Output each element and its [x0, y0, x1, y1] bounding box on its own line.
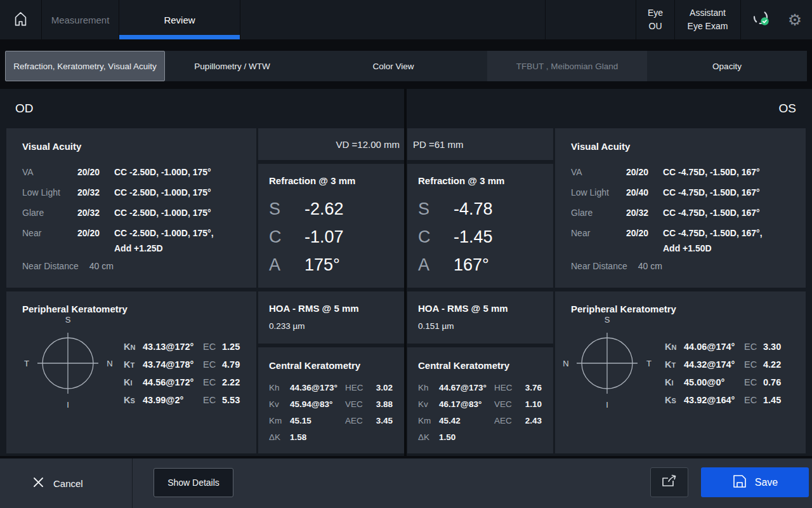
os-orientation-compass: S N T I	[558, 311, 657, 410]
refraction-row: C -1.07	[269, 223, 404, 251]
pk-ec-value: 4.79	[222, 356, 240, 374]
pk-row: KT 44.32@174° EC 4.22	[665, 356, 781, 374]
ck-label: Kv	[418, 396, 439, 413]
va-row: Glare 20/32 CC -4.75D, -1.50D, 167°	[571, 205, 806, 220]
assistant-label: Assistant	[690, 6, 726, 20]
va-row-rx: CC -2.50D, -1.00D, 175°	[114, 205, 256, 220]
tab-refraction-keratometry-visual-acuity[interactable]: Refraction, Keratometry, Visual Acuity	[5, 51, 165, 81]
assistant-value: Eye Exam	[688, 20, 728, 33]
ck-row: ΔK 1.50	[418, 429, 542, 446]
sync-status-icon[interactable]	[751, 8, 771, 31]
ck-ecc-label: VEC	[494, 396, 523, 413]
va-row-label: Glare	[571, 205, 626, 220]
tab-label: Opacity	[712, 62, 742, 71]
pk-value: 44.32@174°	[684, 356, 744, 374]
pk-ec-label: EC	[203, 392, 222, 410]
ck-ecc-label: AEC	[494, 413, 523, 429]
show-details-button[interactable]: Show Details	[154, 468, 233, 497]
os-peripheral-keratometry-panel: Peripheral Keratometry S N T I KN 44.06@…	[555, 291, 806, 453]
va-row: Near 20/20 CC -4.75D, -1.50D, 167°, Add …	[571, 225, 806, 256]
pd-bar: PD =61 mm	[407, 128, 553, 160]
home-button[interactable]	[0, 0, 42, 39]
axis-value: 167°	[454, 251, 489, 279]
va-row-value: 20/20	[77, 225, 114, 256]
pk-k-label: KT	[665, 356, 684, 374]
ck-value: 45.94@83°	[290, 396, 345, 413]
va-row: Low Light 20/32 CC -2.50D, -1.00D, 175°	[22, 185, 256, 200]
ck-value: 45.42	[439, 413, 494, 429]
pk-ec-value: 5.53	[222, 392, 240, 410]
settings-gear-icon[interactable]: ⚙	[788, 12, 802, 28]
axis-label: A	[418, 251, 454, 279]
tab-pupillometry-wtw[interactable]: Pupillometry / WTW	[165, 51, 299, 81]
eye-selector[interactable]: Eye OU	[636, 0, 675, 39]
close-x-icon	[33, 477, 44, 490]
pk-row: KS 43.92@164° EC 1.45	[665, 392, 781, 410]
pk-row: KS 43.99@2° EC 5.53	[124, 392, 240, 410]
cancel-label: Cancel	[53, 478, 83, 489]
va-row-value: 20/32	[77, 205, 114, 220]
pd-value: PD =61 mm	[413, 139, 464, 150]
pk-k-label: KS	[124, 392, 143, 410]
pk-rows: KN 44.06@174° EC 3.30 KT 44.32@174° EC 4…	[665, 338, 781, 410]
near-distance-value: 40 cm	[89, 261, 114, 271]
tab-tfbut-meibomian-gland[interactable]: TFBUT , Meibomian Gland	[487, 51, 647, 81]
os-hoa-panel: HOA - RMS @ 5 mm 0.151 µm	[407, 291, 553, 344]
pk-ec-value: 4.22	[763, 356, 781, 374]
export-button[interactable]	[650, 467, 688, 497]
va-row-rx: CC -4.75D, -1.50D, 167°, Add +1.50D	[663, 225, 806, 256]
va-row-value: 20/20	[626, 225, 663, 256]
save-button[interactable]: Save	[701, 467, 809, 497]
compass-left-label: T	[24, 359, 29, 368]
ck-ecc-value: 3.76	[523, 380, 542, 396]
pk-ec-label: EC	[744, 374, 763, 392]
tab-review-label: Review	[164, 15, 195, 25]
ck-ecc-label: HEC	[494, 380, 523, 396]
export-icon	[660, 473, 678, 492]
near-distance-row: Near Distance 40 cm	[22, 261, 256, 271]
eye-value: OU	[649, 20, 662, 33]
pk-ec-label: EC	[203, 374, 222, 392]
ck-row: Kh 44.36@173° HEC 3.02	[269, 380, 393, 396]
cylinder-value: -1.45	[454, 223, 493, 251]
home-icon	[12, 10, 29, 30]
tab-opacity[interactable]: Opacity	[647, 51, 807, 81]
panel-title: Central Keratometry	[269, 360, 393, 371]
topbar-empty-section	[546, 0, 636, 39]
os-central-keratometry-panel: Central Keratometry Kh 44.67@173° HEC 3.…	[407, 347, 553, 453]
ck-value: 1.58	[290, 429, 345, 446]
pk-value: 43.99@2°	[143, 392, 203, 410]
cancel-button[interactable]: Cancel	[33, 458, 83, 508]
pk-ec-label: EC	[203, 356, 222, 374]
tab-review[interactable]: Review	[119, 0, 240, 39]
show-details-label: Show Details	[167, 478, 219, 488]
va-row-rx: CC -2.50D, -1.00D, 175°	[114, 164, 256, 180]
pk-ec-label: EC	[744, 356, 763, 374]
ck-ecc-value: 3.88	[374, 396, 393, 413]
va-rx-line1: CC -4.75D, -1.50D, 167°,	[663, 228, 763, 238]
ck-ecc-value: 3.45	[374, 413, 393, 429]
tab-measurement[interactable]: Measurement	[42, 0, 119, 39]
od-refraction-panel: Refraction @ 3 mm S -2.62 C -1.07 A 175°	[258, 164, 404, 288]
compass-top-label: S	[65, 315, 71, 324]
va-row-rx: CC -4.75D, -1.50D, 167°	[663, 205, 806, 220]
ck-ecc-label: HEC	[345, 380, 374, 396]
assistant-selector[interactable]: Assistant Eye Exam	[675, 0, 741, 39]
axis-label: A	[269, 251, 304, 279]
pk-row: KI 44.56@172° EC 2.22	[124, 374, 240, 392]
topbar-spacer	[240, 0, 546, 39]
os-title: OS	[779, 102, 796, 116]
ck-ecc-label: VEC	[345, 396, 374, 413]
tab-color-view[interactable]: Color View	[299, 51, 487, 81]
near-distance-label: Near Distance	[571, 261, 627, 271]
pk-ec-label: EC	[203, 338, 222, 356]
sphere-value: -4.78	[454, 195, 493, 223]
panel-title: Visual Acuity	[22, 141, 256, 152]
footer-divider	[132, 458, 133, 508]
tab-label: Refraction, Keratometry, Visual Acuity	[13, 62, 156, 71]
ck-row: Km 45.15 AEC 3.45	[269, 413, 393, 429]
cylinder-label: C	[269, 223, 304, 251]
ck-ecc-value: 3.02	[374, 380, 393, 396]
tab-label: Pupillometry / WTW	[194, 62, 270, 71]
ck-ecc-label	[345, 429, 374, 446]
